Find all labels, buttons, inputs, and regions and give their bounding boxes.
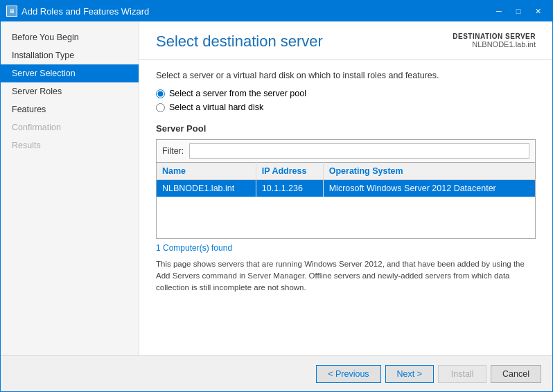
cell-name: NLBNODE1.lab.int bbox=[157, 180, 256, 197]
sidebar-item-confirmation: Confirmation bbox=[1, 118, 139, 136]
table-row[interactable]: NLBNODE1.lab.int 10.1.1.236 Microsoft Wi… bbox=[157, 180, 536, 197]
page-body: Select a server or a virtual hard disk o… bbox=[139, 60, 552, 355]
table-header-row: Name IP Address Operating System bbox=[157, 163, 536, 180]
cell-os: Microsoft Windows Server 2012 Datacenter bbox=[323, 180, 535, 197]
destination-server-name: NLBNODE1.lab.int bbox=[453, 40, 536, 48]
main-content: Before You Begin Installation Type Serve… bbox=[1, 21, 552, 355]
window-controls: ─ □ ✕ bbox=[490, 4, 547, 18]
close-button[interactable]: ✕ bbox=[529, 4, 547, 18]
radio-group: Select a server from the server pool Sel… bbox=[156, 89, 536, 112]
sidebar-item-server-selection[interactable]: Server Selection bbox=[1, 64, 139, 82]
minimize-button[interactable]: ─ bbox=[490, 4, 508, 18]
col-os: Operating System bbox=[323, 163, 535, 180]
page-header: Select destination server DESTINATION SE… bbox=[139, 21, 552, 60]
cancel-button[interactable]: Cancel bbox=[491, 365, 541, 383]
server-table: Name IP Address Operating System NLBNODE… bbox=[156, 162, 536, 239]
window-title: Add Roles and Features Wizard bbox=[21, 6, 149, 17]
footer: < Previous Next > Install Cancel bbox=[1, 355, 552, 391]
radio-server-pool-label: Select a server from the server pool bbox=[169, 89, 306, 98]
radio-virtual-disk[interactable]: Select a virtual hard disk bbox=[156, 103, 536, 112]
instruction-text: Select a server or a virtual hard disk o… bbox=[156, 71, 536, 80]
destination-server-info: DESTINATION SERVER NLBNODE1.lab.int bbox=[453, 33, 536, 48]
sidebar-item-installation-type[interactable]: Installation Type bbox=[1, 46, 139, 64]
sidebar: Before You Begin Installation Type Serve… bbox=[1, 21, 139, 355]
server-pool-section: Server Pool Filter: Name IP Address Oper… bbox=[156, 123, 536, 294]
radio-server-pool-input[interactable] bbox=[156, 89, 165, 98]
radio-server-pool[interactable]: Select a server from the server pool bbox=[156, 89, 536, 98]
radio-virtual-disk-label: Select a virtual hard disk bbox=[169, 103, 263, 112]
info-text: This page shows servers that are running… bbox=[156, 258, 536, 294]
previous-button[interactable]: < Previous bbox=[316, 365, 380, 383]
title-bar-left: 🖥 Add Roles and Features Wizard bbox=[6, 6, 149, 17]
radio-virtual-disk-input[interactable] bbox=[156, 103, 165, 112]
col-name: Name bbox=[157, 163, 256, 180]
filter-label: Filter: bbox=[162, 146, 184, 156]
sidebar-item-before-you-begin[interactable]: Before You Begin bbox=[1, 28, 139, 46]
title-bar: 🖥 Add Roles and Features Wizard ─ □ ✕ bbox=[1, 1, 552, 21]
filter-row: Filter: bbox=[156, 139, 536, 162]
restore-button[interactable]: □ bbox=[509, 4, 527, 18]
sidebar-item-features[interactable]: Features bbox=[1, 100, 139, 118]
destination-label: DESTINATION SERVER bbox=[453, 33, 536, 40]
wizard-window: 🖥 Add Roles and Features Wizard ─ □ ✕ Be… bbox=[0, 0, 553, 392]
table-body: NLBNODE1.lab.int 10.1.1.236 Microsoft Wi… bbox=[157, 180, 536, 239]
filter-input[interactable] bbox=[189, 143, 529, 159]
content-area: Select destination server DESTINATION SE… bbox=[139, 21, 552, 355]
count-text: 1 Computer(s) found bbox=[156, 243, 536, 253]
col-ip: IP Address bbox=[256, 163, 323, 180]
server-pool-title: Server Pool bbox=[156, 123, 536, 134]
cell-ip: 10.1.1.236 bbox=[256, 180, 323, 197]
install-button: Install bbox=[438, 365, 486, 383]
app-icon: 🖥 bbox=[6, 6, 17, 17]
table-header: Name IP Address Operating System bbox=[157, 163, 536, 180]
sidebar-item-results: Results bbox=[1, 136, 139, 154]
next-button[interactable]: Next > bbox=[385, 365, 434, 383]
page-title: Select destination server bbox=[156, 33, 323, 51]
table-row-empty bbox=[157, 197, 536, 238]
sidebar-item-server-roles[interactable]: Server Roles bbox=[1, 82, 139, 100]
